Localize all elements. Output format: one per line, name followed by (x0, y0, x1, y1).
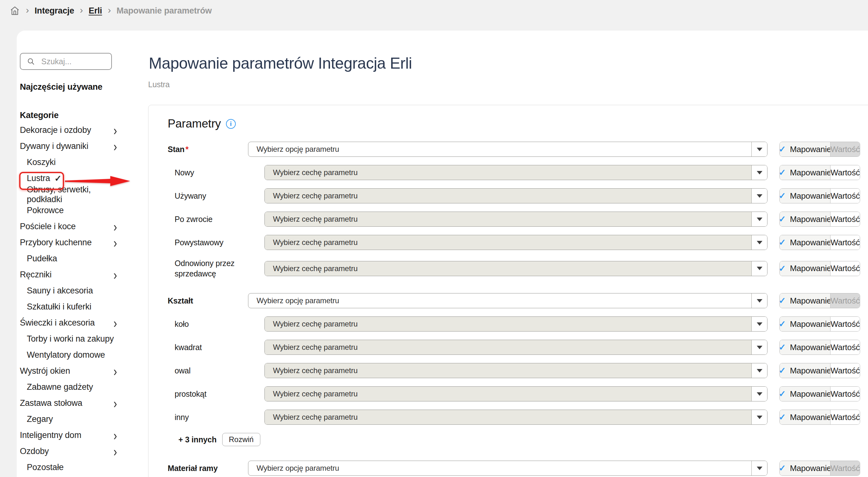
feature-select[interactable]: Wybierz cechę parametru (265, 386, 768, 402)
caret-down-icon (757, 322, 763, 326)
mapowanie-button[interactable]: ✓Mapowanie (780, 317, 830, 331)
feature-select[interactable]: Wybierz cechę parametru (265, 316, 768, 332)
wartosc-button[interactable]: Wartość (830, 165, 860, 180)
wartosc-button[interactable]: Wartość (830, 212, 860, 226)
select-caret-button[interactable] (751, 317, 767, 331)
select-caret-button[interactable] (751, 142, 767, 157)
breadcrumb-link-integracje[interactable]: Integracje (35, 6, 74, 16)
select-caret-button[interactable] (751, 165, 767, 180)
param-value-row: PowystawowyWybierz cechę parametru✓Mapow… (168, 235, 864, 250)
mapowanie-button[interactable]: ✓Mapowanie (780, 165, 830, 180)
sidebar-item-koszyki[interactable]: Koszyki (20, 154, 121, 170)
sidebar-item-dekoracje-i-ozdoby[interactable]: Dekoracje i ozdoby› (20, 122, 121, 138)
search-input[interactable] (41, 57, 107, 66)
chevron-right-icon: › (114, 139, 117, 153)
mapowanie-button[interactable]: ✓Mapowanie (780, 340, 830, 354)
sidebar-item-pościele-i-koce[interactable]: Pościele i koce› (20, 218, 121, 235)
sidebar-item-wentylatory-domowe[interactable]: Wentylatory domowe (20, 347, 121, 363)
mapowanie-button[interactable]: ✓Mapowanie (780, 189, 830, 203)
select-caret-button[interactable] (751, 340, 767, 354)
mapowanie-button[interactable]: ✓Mapowanie (780, 212, 830, 226)
option-select[interactable]: Wybierz opcję parametru (248, 142, 768, 157)
feature-select[interactable]: Wybierz cechę parametru (265, 340, 768, 355)
check-icon: ✓ (779, 366, 786, 376)
check-icon: ✓ (779, 168, 786, 178)
sidebar-item-wystrój-okien[interactable]: Wystrój okien› (20, 363, 121, 379)
mapowanie-button[interactable]: ✓Mapowanie (780, 142, 830, 157)
wartosc-button[interactable]: Wartość (830, 461, 860, 475)
select-caret-button[interactable] (751, 189, 767, 203)
mapowanie-button[interactable]: ✓Mapowanie (780, 294, 830, 308)
select-caret-button[interactable] (751, 212, 767, 226)
home-icon[interactable] (9, 5, 20, 16)
sidebar-item-sauny-i-akcesoria[interactable]: Sauny i akcesoria (20, 283, 121, 299)
sidebar-item-ozdoby[interactable]: Ozdoby› (20, 443, 121, 459)
sidebar-item-label: Inteligentny dom (20, 431, 81, 440)
wartosc-button[interactable]: Wartość (830, 261, 860, 276)
mapowanie-button[interactable]: ✓Mapowanie (780, 363, 830, 378)
sidebar-item-torby-i-worki-na-zakupy[interactable]: Torby i worki na zakupy (20, 331, 121, 347)
sidebar-item-zastawa-stołowa[interactable]: Zastawa stołowa› (20, 395, 121, 411)
sidebar-search-box[interactable] (20, 53, 112, 70)
main-content: Mapowanie parametrów Integracja Erli Lus… (148, 31, 868, 477)
mapowanie-button[interactable]: ✓Mapowanie (780, 261, 830, 276)
wartosc-button[interactable]: Wartość (830, 189, 860, 203)
feature-select[interactable]: Wybierz cechę parametru (265, 165, 768, 180)
wartosc-button[interactable]: Wartość (830, 235, 860, 250)
feature-select[interactable]: Wybierz cechę parametru (265, 235, 768, 250)
mapowanie-label: Mapowanie (790, 412, 831, 422)
feature-select[interactable]: Wybierz cechę parametru (265, 212, 768, 227)
feature-select[interactable]: Wybierz cechę parametru (265, 261, 768, 276)
mapowanie-button[interactable]: ✓Mapowanie (780, 235, 830, 250)
annotation-highlight-box (19, 172, 64, 190)
wartosc-button[interactable]: Wartość (830, 294, 860, 308)
sidebar-item-label: Przybory kuchenne (20, 238, 92, 247)
wartosc-button[interactable]: Wartość (830, 363, 860, 378)
sidebar-item-szkatułki-i-kuferki[interactable]: Szkatułki i kuferki (20, 299, 121, 315)
mapping-mode-toggle: ✓MapowanieWartość (779, 410, 860, 425)
select-caret-button[interactable] (751, 261, 767, 276)
option-select[interactable]: Wybierz opcję parametru (248, 461, 768, 476)
sidebar-item-dywany-i-dywaniki[interactable]: Dywany i dywaniki› (20, 138, 121, 154)
check-icon: ✓ (779, 319, 786, 329)
param-value-row: kwadratWybierz cechę parametru✓Mapowanie… (168, 340, 864, 355)
annotation-arrow-icon (64, 174, 131, 188)
check-icon: ✓ (779, 264, 786, 274)
sidebar-item-zegary[interactable]: Zegary (20, 411, 121, 427)
sidebar-item-zabawne-gadżety[interactable]: Zabawne gadżety (20, 379, 121, 395)
param-value-row: UżywanyWybierz cechę parametru✓Mapowanie… (168, 188, 864, 203)
wartosc-button[interactable]: Wartość (830, 142, 860, 157)
check-icon: ✓ (779, 191, 786, 201)
caret-down-icon (757, 346, 763, 349)
wartosc-button[interactable]: Wartość (830, 340, 860, 354)
sidebar-item-ręczniki[interactable]: Ręczniki› (20, 267, 121, 283)
param-group-materiał-ramy: Materiał ramyWybierz opcję parametru✓Map… (168, 461, 864, 476)
select-caret-button[interactable] (751, 410, 767, 424)
wartosc-button[interactable]: Wartość (830, 410, 860, 424)
mapowanie-button[interactable]: ✓Mapowanie (780, 387, 830, 401)
mapowanie-button[interactable]: ✓Mapowanie (780, 410, 830, 424)
feature-select[interactable]: Wybierz cechę parametru (265, 363, 768, 378)
param-value-label: kwadrat (175, 342, 265, 353)
feature-select[interactable]: Wybierz cechę parametru (265, 188, 768, 203)
sidebar-item-pudełka[interactable]: Pudełka (20, 251, 121, 267)
sidebar-item-pokrowce[interactable]: Pokrowce (20, 202, 121, 218)
option-select[interactable]: Wybierz opcję parametru (248, 293, 768, 308)
sidebar-item-inteligentny-dom[interactable]: Inteligentny dom› (20, 427, 121, 443)
select-caret-button[interactable] (751, 387, 767, 401)
wartosc-button[interactable]: Wartość (830, 387, 860, 401)
expand-button[interactable]: Rozwiń (222, 433, 260, 446)
sidebar-item-świeczki-i-akcesoria[interactable]: Świeczki i akcesoria› (20, 315, 121, 331)
mapowanie-button[interactable]: ✓Mapowanie (780, 461, 830, 475)
wartosc-button[interactable]: Wartość (830, 317, 860, 331)
select-caret-button[interactable] (751, 294, 767, 308)
info-icon[interactable]: i (226, 119, 236, 129)
feature-select[interactable]: Wybierz cechę parametru (265, 410, 768, 425)
sidebar-item-pozostałe[interactable]: Pozostałe (20, 459, 121, 475)
select-caret-button[interactable] (751, 461, 767, 475)
sidebar-item-przybory-kuchenne[interactable]: Przybory kuchenne› (20, 235, 121, 251)
select-caret-button[interactable] (751, 363, 767, 378)
select-caret-button[interactable] (751, 235, 767, 250)
select-placeholder: Wybierz opcję parametru (248, 142, 751, 157)
breadcrumb-link-erli[interactable]: Erli (89, 6, 102, 16)
